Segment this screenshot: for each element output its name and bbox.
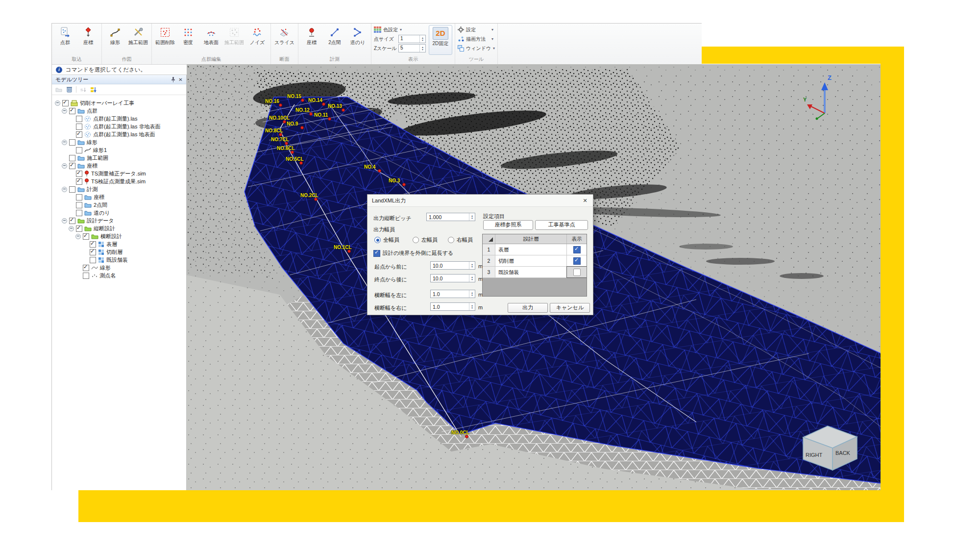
folder-icon[interactable] [54,85,63,94]
window-button[interactable]: ウィンドウ ▾ [458,44,495,53]
visibility-checkbox[interactable] [76,202,82,208]
collapse-icon[interactable] [62,140,67,145]
tree-item[interactable]: 点群(起工測量).las 非地表面 [52,123,186,130]
radio-right-width[interactable]: 右幅員 [448,236,473,244]
pitch-input[interactable]: 1.000 ▲▼ [426,213,475,221]
collapse-icon[interactable] [62,108,67,114]
ribbon-button[interactable]: ノイズ [246,25,268,45]
crs-button[interactable]: 座標参照系 [483,220,533,230]
close-icon[interactable]: ✕ [581,197,589,204]
cross-width-right-input[interactable]: 1.0 ▲▼ [430,302,475,311]
table-row[interactable]: 2 切削層 [483,255,587,267]
visibility-checkbox[interactable] [76,225,82,232]
tree-item[interactable]: 点群(起工測量).las 地表面 [52,130,186,138]
draw-method-button[interactable]: 描画方法 ▾ [458,34,495,44]
collapse-icon[interactable] [69,226,74,231]
ribbon-button[interactable]: 地表面 [200,25,222,45]
point-size-stepper[interactable]: 1 ▲▼ [398,35,426,43]
tree-item[interactable]: 切削層 [52,248,186,256]
visibility-checkbox[interactable] [69,139,75,146]
visibility-checkbox[interactable] [76,131,82,138]
visible-checkbox[interactable] [573,257,581,265]
ribbon-button[interactable]: 座標 [301,25,322,45]
radio-full-width[interactable]: 全幅員 [374,236,399,244]
spinner-arrows-icon[interactable]: ▲▼ [469,290,475,298]
sort-order-icon[interactable] [89,85,98,94]
trash-icon[interactable] [65,85,74,94]
visibility-checkbox[interactable] [69,186,75,193]
ribbon-button[interactable]: 施工範囲 [223,25,245,45]
tree-item[interactable]: 施工範囲 [52,154,186,162]
checkbox-icon[interactable] [373,250,380,257]
visibility-checkbox[interactable] [90,249,96,255]
ribbon-button[interactable]: スライス [273,25,295,45]
tree-item[interactable]: 線形 [52,138,186,146]
tree-item[interactable]: 2点間 [52,201,186,209]
z-scale-stepper[interactable]: 5 ▲▼ [398,44,426,52]
visibility-checkbox[interactable] [90,257,96,263]
start-extend-input[interactable]: 10.0 ▲▼ [430,261,475,270]
spinner-arrows-icon[interactable]: ▲▼ [469,303,475,310]
visibility-checkbox[interactable] [69,163,75,169]
ribbon-button[interactable]: 線形 [104,25,126,45]
tree-item[interactable]: 点群(起工測量).las [52,115,186,123]
visibility-checkbox[interactable] [76,116,82,122]
tree-item[interactable]: TS検証点測量成果.sim [52,177,186,185]
spinner-arrows-icon[interactable]: ▲▼ [469,275,475,282]
extend-boundary-checkbox[interactable]: 設計の境界を外側に延長する [373,250,453,257]
sort-az-icon[interactable]: S [79,85,88,94]
tree-item[interactable]: 切削オーバーレイ工事 [52,99,186,107]
tree-item[interactable]: 座標 [52,193,186,201]
ribbon-button[interactable]: 範囲削除 [154,25,176,45]
ribbon-button[interactable]: 座標 [77,25,99,45]
tree-item[interactable]: 計測 [52,185,186,193]
visible-checkbox[interactable] [573,246,581,253]
collapse-icon[interactable] [62,163,67,169]
radio-left-width[interactable]: 左幅員 [413,236,438,244]
tree-item[interactable]: 測点名 [52,272,186,279]
visibility-checkbox[interactable] [83,265,89,271]
tree-item[interactable]: 線形1 [52,146,186,154]
visibility-checkbox[interactable] [76,178,82,185]
ribbon-button[interactable]: 密度 [177,25,199,45]
tree-item[interactable]: 表層 [52,240,186,248]
color-setting-button[interactable]: 色設定 ▾ [374,25,426,34]
visibility-checkbox[interactable] [76,194,82,200]
end-extend-input[interactable]: 10.0 ▲▼ [430,274,475,282]
visibility-checkbox[interactable] [62,100,69,106]
pin-icon[interactable] [170,76,177,83]
ribbon-button[interactable]: 2点間 [324,25,345,45]
collapse-icon[interactable] [75,234,81,239]
visibility-checkbox[interactable] [83,273,89,279]
tree-item[interactable]: 座標 [52,162,186,170]
tree-item[interactable]: 点群 [52,107,186,115]
radio-icon[interactable] [448,237,454,243]
collapse-icon[interactable] [55,100,60,106]
settings-button[interactable]: 設定 ▾ [458,25,495,34]
tree-item[interactable]: 線形 [52,264,186,272]
visibility-checkbox[interactable] [69,218,75,224]
visibility-checkbox[interactable] [76,147,82,153]
visibility-checkbox[interactable] [69,155,75,161]
spinner-arrows-icon[interactable]: ▲▼ [469,262,475,269]
spinner-arrows-icon[interactable]: ▲▼ [419,35,425,43]
visibility-checkbox[interactable] [76,124,82,130]
visibility-checkbox[interactable] [76,171,82,177]
collapse-icon[interactable] [62,187,67,192]
table-row[interactable]: 1 表層 [483,244,587,255]
ribbon-button[interactable]: 施工範囲 [127,25,149,45]
visibility-checkbox[interactable] [90,241,96,248]
table-row[interactable]: 3 既設舗装 [483,267,587,278]
cancel-button[interactable]: キャンセル [550,303,590,313]
export-button[interactable]: 出力 [508,303,548,313]
tree-item[interactable]: TS測量補正データ.sim [52,170,186,177]
ribbon-button[interactable]: 点群 [54,25,76,45]
collapse-icon[interactable] [62,218,67,224]
tree-item[interactable]: 横断設計 [52,232,186,240]
dialog-titlebar[interactable]: LandXML出力 ✕ [368,195,593,207]
cross-width-left-input[interactable]: 1.0 ▲▼ [430,290,475,298]
benchmark-button[interactable]: 工事基準点 [535,220,588,230]
visibility-checkbox[interactable] [83,233,89,240]
visibility-checkbox[interactable] [76,210,82,216]
ribbon-button[interactable]: 道のり [347,25,368,45]
